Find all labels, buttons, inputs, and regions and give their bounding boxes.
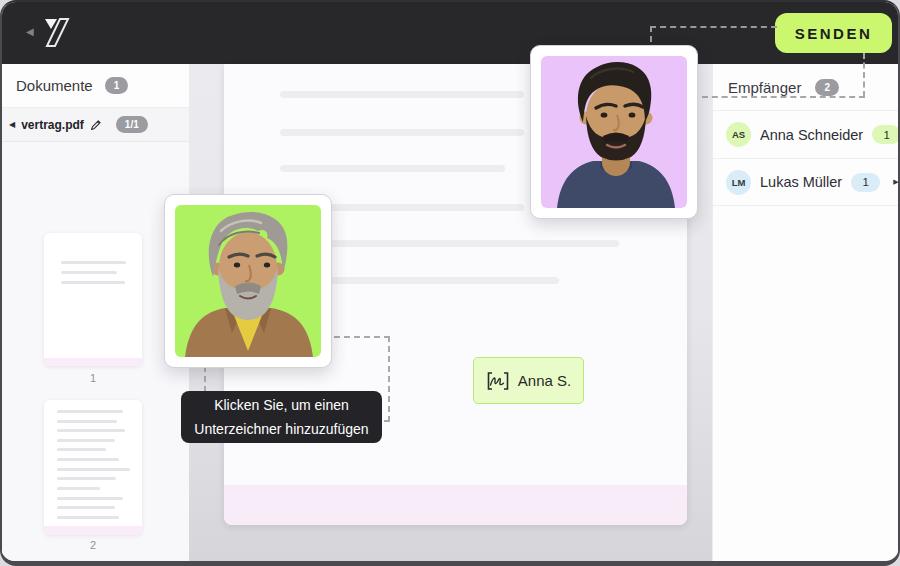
text-placeholder-line	[280, 91, 524, 98]
signer-photo-green	[175, 205, 321, 357]
page-count-badge: 1/1	[116, 116, 148, 133]
add-signer-tooltip: Klicken Sie, um einen Unterzeichner hinz…	[181, 391, 382, 443]
page-thumbnail-2[interactable]	[44, 400, 142, 535]
collapse-caret-icon: ◀	[9, 120, 15, 129]
recipients-count-badge: 2	[815, 79, 839, 96]
topbar: ◀ SENDEN	[2, 2, 898, 64]
recipients-header: Empfänger 2	[713, 64, 900, 110]
signer-photo-card-green[interactable]	[164, 194, 332, 368]
recipients-title: Empfänger	[728, 79, 801, 96]
send-button[interactable]: SENDEN	[775, 13, 892, 53]
collapse-arrow-icon[interactable]: ◀	[26, 25, 34, 39]
file-name: vertrag.pdf	[21, 118, 84, 132]
documents-title: Dokumente	[16, 77, 93, 94]
recipient-row-anna[interactable]: AS Anna Schneider 1 ▶	[713, 110, 900, 158]
text-placeholder-line	[280, 165, 505, 172]
tooltip-line-1: Klicken Sie, um einen	[214, 393, 349, 417]
app-logo-icon	[44, 16, 70, 52]
page-thumbnail-1[interactable]	[44, 233, 142, 366]
recipient-field-count-badge: 1	[872, 125, 900, 144]
recipient-name: Lukas Müller	[760, 174, 842, 190]
recipient-field-count-badge: 1	[851, 173, 880, 192]
recipient-name: Anna Schneider	[760, 127, 863, 143]
documents-header: Dokumente 1	[2, 64, 189, 108]
documents-count-badge: 1	[105, 77, 129, 94]
avatar-anna: AS	[726, 122, 751, 147]
signature-icon	[486, 370, 510, 392]
thumbnail-2-label: 2	[44, 539, 142, 551]
thumbnail-list: 1 2	[2, 142, 189, 566]
recipient-row-lukas[interactable]: LM Lukas Müller 1 ▶	[713, 158, 900, 206]
avatar-lukas: LM	[726, 170, 751, 195]
text-placeholder-line	[280, 129, 524, 136]
edit-pencil-icon[interactable]	[90, 119, 102, 131]
app-window: ◀ SENDEN Dokumente 1 ◀ vertrag.pdf 1/1	[0, 0, 900, 566]
signer-photo-card-purple[interactable]	[530, 45, 698, 219]
recipients-sidebar: Empfänger 2 AS Anna Schneider 1 ▶ LM Luk…	[712, 64, 900, 566]
document-file-row[interactable]: ◀ vertrag.pdf 1/1	[2, 108, 189, 142]
thumbnail-1-label: 1	[44, 372, 142, 384]
signature-field-label: Anna S.	[518, 372, 571, 389]
signer-photo-purple	[541, 56, 687, 208]
tooltip-line-2: Unterzeichner hinzuzufügen	[194, 417, 368, 441]
page-footer-band	[224, 485, 687, 525]
signature-field[interactable]: Anna S.	[473, 357, 584, 404]
documents-sidebar: Dokumente 1 ◀ vertrag.pdf 1/1 1	[2, 64, 189, 566]
chevron-right-icon[interactable]: ▶	[893, 178, 898, 186]
